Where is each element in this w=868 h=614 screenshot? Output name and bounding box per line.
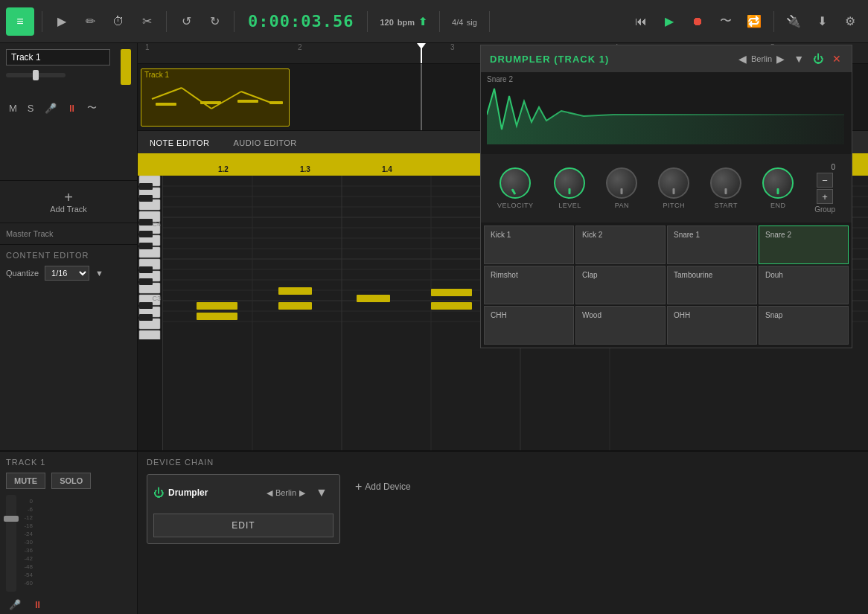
pan-knob-indicator: [621, 188, 623, 194]
plugin-button[interactable]: 🔌: [782, 10, 805, 33]
toolbar: ≡ ▶ ✏ ⏱ ✂ ↺ ↻ 0:00:03.56 120 bpm ⬆ 4/4 s…: [0, 0, 868, 43]
svg-rect-23: [139, 195, 153, 202]
divider-2: [166, 11, 167, 32]
device-dropdown-button[interactable]: ▼: [310, 481, 334, 505]
pad-clap[interactable]: Clap: [575, 266, 666, 304]
pad-snare2[interactable]: Snare 2: [759, 226, 849, 264]
record-button[interactable]: ⏺: [686, 10, 709, 33]
pad-chh[interactable]: CHH: [484, 306, 574, 345]
tab-note-editor[interactable]: NOTE EDITOR: [138, 131, 221, 155]
track1-label: TRACK 1: [6, 458, 131, 467]
knob-end: END: [762, 167, 794, 209]
start-knob-label: START: [715, 202, 738, 209]
pad-ohh[interactable]: OHH: [667, 306, 757, 345]
add-device-button[interactable]: + Add Device: [349, 474, 417, 499]
knob-level: LEVEL: [554, 167, 585, 209]
pan-knob[interactable]: [606, 167, 637, 199]
device-arrow-right[interactable]: ▶: [299, 488, 305, 498]
pad-wood[interactable]: Wood: [575, 306, 666, 345]
track-name-input[interactable]: [6, 49, 110, 65]
pad-snare1[interactable]: Snare 1: [667, 226, 757, 264]
svg-rect-7: [269, 101, 283, 104]
eq-button[interactable]: ⏸: [64, 101, 80, 115]
pad-tambourine[interactable]: Tambourine: [667, 266, 757, 304]
svg-rect-5: [200, 101, 221, 104]
bottom-mute-button[interactable]: MUTE: [6, 473, 45, 489]
undo-button[interactable]: ↺: [174, 10, 198, 33]
end-knob[interactable]: [762, 167, 794, 199]
bottom-eq-icon[interactable]: ⏸: [30, 598, 45, 612]
bottom-right-panel: DEVICE CHAIN ⏻ Drumpler ◀ Berlin ▶ ▼ EDI…: [138, 452, 868, 614]
bottom-solo-button[interactable]: SOLO: [51, 473, 91, 489]
group-minus-button[interactable]: −: [817, 173, 833, 188]
header-marker-1-3: 1.3: [300, 165, 310, 173]
note-block-2[interactable]: [197, 313, 237, 320]
pencil-tool[interactable]: ✏: [78, 10, 102, 33]
note-block-3[interactable]: [278, 287, 312, 295]
group-plus-button[interactable]: +: [817, 189, 833, 204]
drumpler-close-button[interactable]: ✕: [831, 51, 843, 66]
pad-snap[interactable]: Snap: [759, 306, 849, 345]
drumpler-power-button[interactable]: ⏻: [811, 51, 825, 66]
track-volume-knob[interactable]: [6, 73, 66, 77]
drumpler-preset-next[interactable]: ▶: [775, 51, 786, 66]
note-block-5[interactable]: [357, 295, 390, 302]
waveform-label: Snare 2: [487, 75, 846, 83]
pad-kick1[interactable]: Kick 1: [484, 226, 574, 264]
automation-track-button[interactable]: 〜: [84, 100, 100, 116]
rewind-button[interactable]: ⏮: [629, 10, 653, 33]
tab-audio-editor[interactable]: AUDIO EDITOR: [221, 131, 308, 153]
time-display: 0:00:03.56: [242, 12, 360, 31]
volume-fader-handle[interactable]: [4, 516, 19, 522]
pitch-knob[interactable]: [658, 167, 689, 199]
add-track-button[interactable]: + Add Track: [0, 181, 137, 223]
bottom-input-icon[interactable]: 🎤: [6, 598, 24, 612]
volume-fader-track[interactable]: [6, 495, 16, 592]
quantize-select[interactable]: 1/16 1/8 1/4: [45, 266, 89, 281]
scissors-tool[interactable]: ✂: [135, 10, 159, 33]
pointer-tool[interactable]: ▶: [50, 10, 74, 33]
pad-rimshot[interactable]: Rimshot: [484, 266, 574, 304]
knob-pan: PAN: [606, 167, 637, 209]
note-block-1[interactable]: [197, 302, 237, 310]
redo-button[interactable]: ↻: [202, 10, 226, 33]
volume-fader-strip: [6, 495, 16, 592]
automation-button[interactable]: 〜: [714, 10, 738, 33]
add-track-plus-icon: +: [64, 190, 73, 205]
svg-rect-4: [156, 103, 176, 106]
drumpler-knobs: VELOCITY LEVEL PAN PITCH: [481, 154, 852, 223]
device-power-button[interactable]: ⏻: [153, 487, 164, 499]
drumpler-dropdown-button[interactable]: ▼: [792, 51, 805, 66]
pad-kick2[interactable]: Kick 2: [575, 226, 666, 264]
loop-button[interactable]: 🔁: [742, 10, 766, 33]
knob-velocity: VELOCITY: [497, 167, 534, 209]
note-block-7[interactable]: [431, 302, 472, 310]
start-knob[interactable]: [710, 167, 741, 199]
divider-4: [367, 11, 368, 32]
pad-douh[interactable]: Douh: [759, 266, 849, 304]
play-button[interactable]: ▶: [657, 10, 681, 33]
solo-track-button[interactable]: S: [25, 101, 37, 115]
drumpler-title: DRUMPLER (TRACK 1): [490, 54, 731, 65]
settings-button[interactable]: ⚙: [838, 10, 862, 33]
end-knob-label: END: [770, 202, 786, 209]
drumpler-preset-prev[interactable]: ◀: [737, 51, 748, 66]
velocity-knob[interactable]: [500, 167, 531, 199]
level-knob[interactable]: [554, 167, 585, 199]
vol-tick-18: -18: [22, 522, 33, 529]
note-block-6[interactable]: [431, 289, 472, 296]
bottom-left-panel: TRACK 1 MUTE SOLO 0 -6 -12 -18 -24 -30 -…: [0, 452, 138, 614]
note-block-4[interactable]: [278, 302, 312, 310]
track-clip-1[interactable]: Track 1: [141, 68, 290, 127]
quantize-row: Quantize 1/16 1/8 1/4 ▼: [6, 266, 131, 281]
device-arrow-left[interactable]: ◀: [267, 488, 272, 498]
menu-button[interactable]: ≡: [6, 7, 34, 36]
pitch-knob-indicator: [673, 188, 675, 194]
export-button[interactable]: ⬇: [810, 10, 834, 33]
svg-marker-50: [487, 89, 844, 144]
waveform-svg-drum: [487, 85, 846, 144]
mute-track-button[interactable]: M: [6, 101, 20, 115]
metronome-tool[interactable]: ⏱: [106, 10, 130, 33]
device-edit-button[interactable]: EDIT: [153, 514, 334, 537]
input-monitor-button[interactable]: 🎤: [42, 101, 60, 115]
